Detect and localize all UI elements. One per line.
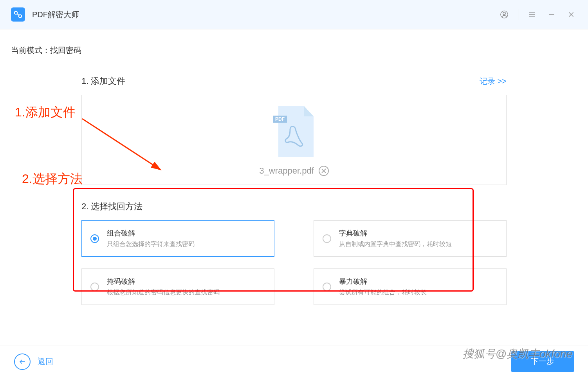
- minimize-icon[interactable]: [546, 9, 557, 20]
- mode-label: 当前模式：找回密码: [11, 45, 577, 56]
- svg-text:PDF: PDF: [275, 116, 285, 122]
- menu-icon[interactable]: [526, 9, 538, 20]
- step2-title: 2. 选择找回方法: [81, 201, 507, 212]
- radio-icon: [323, 234, 331, 243]
- step2-block: 2. 选择找回方法 组合破解 只组合您选择的字符来查找密码 字典破解 从自制或内…: [81, 201, 507, 305]
- option-mask[interactable]: 掩码破解 根据您所知道的密码信息更快的查找密码: [81, 268, 274, 305]
- back-button[interactable]: 返回: [14, 353, 53, 370]
- option-desc: 只组合您选择的字符来查找密码: [107, 240, 265, 248]
- next-button[interactable]: 下一步: [511, 351, 574, 372]
- content-area: 当前模式：找回密码 1.添加文件 2.选择方法 1. 添加文件 记录 >> PD…: [0, 29, 588, 346]
- user-icon[interactable]: [498, 9, 510, 20]
- radio-icon: [90, 234, 99, 243]
- method-options-grid: 组合破解 只组合您选择的字符来查找密码 字典破解 从自制或内置字典中查找密码，耗…: [81, 220, 507, 305]
- option-title: 掩码破解: [107, 277, 265, 286]
- titlebar-left: PDF解密大师: [11, 7, 79, 22]
- step1-title: 1. 添加文件: [81, 75, 125, 87]
- close-icon[interactable]: [565, 9, 577, 20]
- option-title: 字典破解: [339, 228, 498, 238]
- file-name: 3_wrapper.pdf: [259, 166, 314, 176]
- back-label: 返回: [38, 356, 53, 367]
- app-logo: [11, 7, 25, 22]
- remove-file-icon[interactable]: [319, 166, 329, 176]
- app-title: PDF解密大师: [32, 9, 79, 20]
- option-desc: 从自制或内置字典中查找密码，耗时较短: [339, 240, 498, 248]
- file-name-row: 3_wrapper.pdf: [259, 166, 328, 176]
- back-arrow-icon: [14, 353, 31, 370]
- separator: [518, 9, 518, 20]
- records-link[interactable]: 记录 >>: [480, 76, 507, 87]
- option-title: 暴力破解: [339, 277, 498, 286]
- step1-header: 1. 添加文件 记录 >>: [81, 75, 507, 87]
- svg-line-10: [82, 119, 161, 170]
- footer: 返回 下一步: [0, 346, 588, 377]
- titlebar: PDF解密大师: [0, 0, 588, 29]
- logo-icon: [13, 9, 23, 20]
- option-title: 组合破解: [107, 228, 265, 238]
- annotation-arrow: [82, 115, 168, 178]
- annotation-1: 1.添加文件: [15, 104, 76, 121]
- pdf-file-icon: PDF: [271, 104, 317, 159]
- radio-icon: [323, 283, 331, 291]
- option-desc: 尝试所有可能的组合，耗时较长: [339, 288, 498, 297]
- svg-point-3: [503, 12, 505, 14]
- radio-icon: [90, 283, 99, 291]
- titlebar-right: [498, 9, 577, 20]
- option-bruteforce[interactable]: 暴力破解 尝试所有可能的组合，耗时较长: [314, 268, 507, 305]
- option-desc: 根据您所知道的密码信息更快的查找密码: [107, 288, 265, 297]
- option-dictionary[interactable]: 字典破解 从自制或内置字典中查找密码，耗时较短: [314, 220, 507, 257]
- annotation-2: 2.选择方法: [22, 170, 83, 188]
- option-combination[interactable]: 组合破解 只组合您选择的字符来查找密码: [81, 220, 274, 257]
